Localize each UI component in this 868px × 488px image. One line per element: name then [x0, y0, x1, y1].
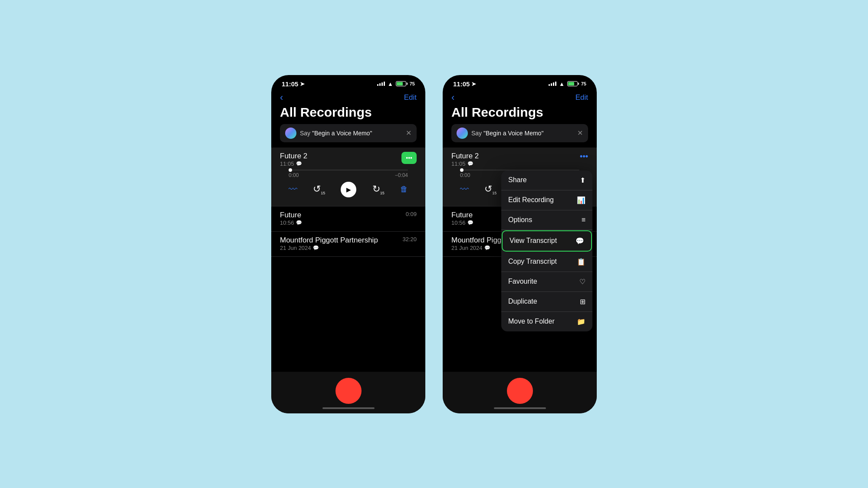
- status-icons-1: ▲ 75: [377, 81, 415, 87]
- time-2: 11:05: [453, 80, 470, 88]
- wifi-icon-1: ▲: [388, 81, 393, 87]
- back-button-1[interactable]: ‹: [280, 92, 283, 103]
- nav-bar-2: ‹ Edit: [443, 89, 597, 105]
- menu-item-move-to-folder[interactable]: Move to Folder 📁: [501, 312, 592, 331]
- signal-2: [549, 82, 556, 86]
- home-indicator-1: [322, 407, 375, 409]
- recording-title-future2-1: Future 2: [280, 152, 307, 160]
- siri-bar-1[interactable]: Say "Begin a Voice Memo" ✕: [280, 124, 417, 142]
- copy-transcript-icon: 📋: [577, 258, 585, 266]
- record-button-1[interactable]: [335, 378, 362, 404]
- recording-duration-mountford-1: 32:20: [402, 236, 417, 242]
- signal-1: [377, 82, 385, 86]
- transcript-icon-future-1: 💬: [296, 220, 302, 226]
- recording-item-future-1[interactable]: Future 10:56 💬 0:09: [271, 206, 425, 232]
- recording-title-future-1: Future: [280, 211, 302, 219]
- menu-item-view-transcript[interactable]: View Transcript 💬: [502, 230, 592, 252]
- location-icon-1: ➤: [300, 81, 305, 87]
- menu-item-favourite[interactable]: Favourite ♡: [501, 272, 592, 292]
- siri-text-2: Say "Begin a Voice Memo": [471, 130, 543, 137]
- edit-button-1[interactable]: Edit: [404, 93, 417, 102]
- copy-transcript-label: Copy Transcript: [508, 258, 557, 265]
- recording-title-future-2: Future: [451, 211, 473, 219]
- menu-item-share[interactable]: Share ⬆: [501, 170, 592, 190]
- battery-text-1: 75: [410, 81, 415, 86]
- status-icons-2: ▲ 75: [549, 81, 586, 87]
- home-indicator-2: [494, 407, 546, 409]
- progress-dot-1: [289, 168, 292, 172]
- recording-item-future2-1[interactable]: Future 2 11:05 💬 ••• 0:00 −0:04: [271, 147, 425, 206]
- favourite-label: Favourite: [508, 278, 537, 285]
- siri-bar-2[interactable]: Say "Begin a Voice Memo" ✕: [451, 124, 588, 142]
- record-button-2[interactable]: [507, 378, 533, 404]
- forward-button-1[interactable]: ↻15: [372, 183, 385, 195]
- delete-button-1[interactable]: 🗑: [400, 185, 408, 194]
- share-icon: ⬆: [580, 176, 585, 184]
- progress-track-1[interactable]: [289, 170, 408, 170]
- playback-controls-1: 〰 ↺15 ▶ ↻15 🗑: [280, 179, 417, 202]
- more-button-future2-1[interactable]: •••: [401, 152, 417, 164]
- recording-time-mountford-2: 21 Jun 2024: [451, 245, 483, 251]
- siri-text-1: Say "Begin a Voice Memo": [300, 130, 372, 137]
- siri-orb-2: [457, 128, 468, 139]
- phone-1: 11:05 ➤ ▲ 75 ‹ Edit A: [271, 75, 425, 413]
- options-label: Options: [508, 216, 532, 224]
- menu-item-duplicate[interactable]: Duplicate ⊞: [501, 292, 592, 312]
- recording-time-future-2: 10:56: [451, 219, 466, 226]
- page-title-1: All Recordings: [271, 105, 425, 124]
- recording-title-future2-2: Future 2: [451, 152, 479, 160]
- waveform-icon-1: 〰: [289, 184, 297, 194]
- recording-time-future2-2: 11:05: [451, 160, 466, 167]
- phones-container: 11:05 ➤ ▲ 75 ‹ Edit A: [271, 75, 597, 413]
- wifi-icon-2: ▲: [559, 81, 565, 87]
- status-time-2: 11:05 ➤: [453, 80, 476, 88]
- rewind-button-1[interactable]: ↺15: [313, 183, 325, 195]
- time-end-1: −0:04: [395, 172, 408, 178]
- time-start-2: 0:00: [460, 172, 470, 178]
- location-icon-2: ➤: [471, 81, 476, 87]
- recording-item-mountford-1[interactable]: Mountford Piggott Partnership 21 Jun 202…: [271, 232, 425, 257]
- transcript-icon-future2-1: 💬: [296, 161, 302, 167]
- context-menu: Share ⬆ Edit Recording 📊 Options ≡ View …: [501, 170, 592, 331]
- battery-2: [567, 81, 578, 86]
- status-bar-2: 11:05 ➤ ▲ 75: [443, 75, 597, 89]
- back-button-2[interactable]: ‹: [451, 92, 454, 103]
- time-1: 11:05: [282, 80, 298, 88]
- transcript-icon-future-2: 💬: [467, 220, 473, 226]
- waveform-icon-2: 〰: [460, 184, 469, 194]
- siri-close-1[interactable]: ✕: [406, 129, 411, 137]
- page-title-2: All Recordings: [443, 105, 597, 124]
- siri-orb-1: [285, 128, 296, 139]
- more-dots-2[interactable]: •••: [580, 152, 588, 161]
- favourite-icon: ♡: [579, 278, 585, 286]
- duplicate-icon: ⊞: [580, 298, 585, 306]
- time-start-1: 0:00: [289, 172, 299, 178]
- playback-bar-1: 0:00 −0:04: [280, 168, 417, 179]
- battery-1: [396, 81, 406, 86]
- battery-text-2: 75: [581, 81, 586, 86]
- status-time-1: 11:05 ➤: [282, 80, 305, 88]
- bottom-bar-2: [443, 372, 597, 413]
- transcript-icon-future2-2: 💬: [467, 161, 473, 167]
- bottom-bar-1: [271, 372, 425, 413]
- options-icon: ≡: [582, 216, 585, 224]
- menu-item-edit-recording[interactable]: Edit Recording 📊: [501, 190, 592, 210]
- edit-button-2[interactable]: Edit: [575, 93, 588, 102]
- transcript-icon-mountford-1: 💬: [313, 245, 319, 251]
- play-button-1[interactable]: ▶: [341, 182, 356, 197]
- siri-close-2[interactable]: ✕: [577, 129, 583, 137]
- rewind-button-2[interactable]: ↺15: [484, 183, 496, 195]
- status-bar-1: 11:05 ➤ ▲ 75: [271, 75, 425, 89]
- edit-recording-icon: 📊: [577, 196, 585, 204]
- move-to-folder-label: Move to Folder: [508, 318, 555, 325]
- menu-item-options[interactable]: Options ≡: [501, 210, 592, 230]
- progress-dot-2: [460, 168, 464, 172]
- phone-2: 11:05 ➤ ▲ 75 ‹ Edit A: [443, 75, 597, 413]
- edit-recording-label: Edit Recording: [508, 196, 554, 204]
- recordings-list-1: Future 2 11:05 💬 ••• 0:00 −0:04: [271, 147, 425, 372]
- duplicate-label: Duplicate: [508, 298, 537, 305]
- share-label: Share: [508, 176, 527, 184]
- transcript-icon-mountford-2: 💬: [484, 245, 490, 251]
- recording-title-mountford-1: Mountford Piggott Partnership: [280, 236, 378, 245]
- menu-item-copy-transcript[interactable]: Copy Transcript 📋: [501, 252, 592, 272]
